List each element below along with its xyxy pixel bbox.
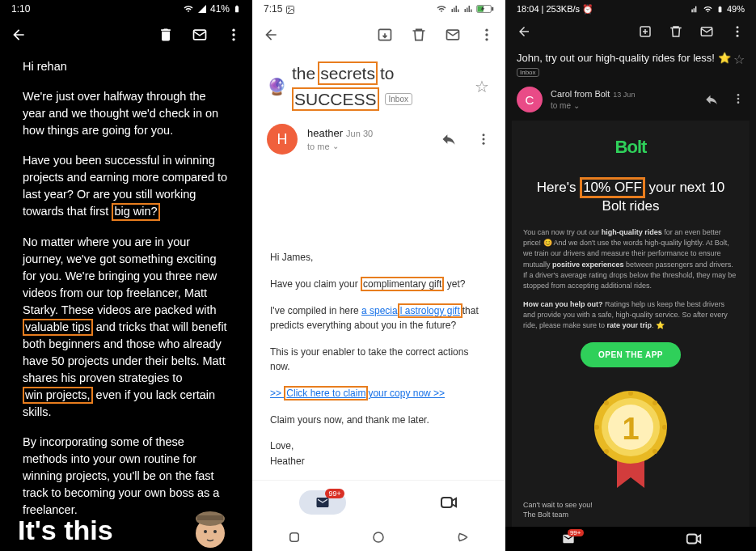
more-icon[interactable] — [476, 132, 491, 146]
nav-video-button[interactable] — [685, 530, 703, 548]
delete-icon[interactable] — [667, 23, 685, 40]
toolbar — [252, 18, 505, 52]
line-2: I've compiled in here a special astrolog… — [270, 303, 488, 333]
back-nav-icon[interactable] — [456, 530, 471, 545]
mail-icon[interactable] — [698, 23, 716, 40]
paragraph-3: No matter where you are in your journey,… — [23, 234, 230, 422]
home-icon[interactable] — [371, 530, 386, 545]
highlight-click-here[interactable]: Click here to claim — [284, 386, 368, 401]
open-app-button[interactable]: OPEN THE APP — [581, 342, 681, 367]
email-card: Bolt Here's 10% OFF your next 10 Bolt ri… — [512, 121, 750, 528]
archive-icon[interactable] — [376, 26, 394, 44]
globe-emoji: 🔮 — [267, 77, 287, 96]
nav-mail-button[interactable]: 99+ — [299, 490, 346, 515]
sender-row: H heatherJun 30 to me⌄ — [252, 117, 505, 161]
screen-1-dark-email: 1:10 41% Hi rehan We're just over halfwa… — [0, 0, 252, 551]
svg-point-41 — [604, 449, 609, 454]
svg-point-20 — [483, 138, 485, 141]
mail-icon[interactable] — [191, 26, 209, 44]
more-icon[interactable] — [478, 26, 496, 44]
line-5: Claim yours now, and thank me later. — [270, 413, 488, 428]
video-icon — [685, 530, 703, 548]
svg-point-37 — [628, 391, 633, 396]
screen-3-bolt-email: 18:04 | 253KB/s ⏰ 49% John, try out our … — [505, 0, 756, 551]
more-icon[interactable] — [732, 92, 745, 107]
svg-point-2 — [232, 33, 234, 36]
status-left: 18:04 | 253KB/s ⏰ — [517, 4, 593, 15]
signal-icon — [691, 5, 699, 14]
sender-name: heather — [307, 127, 343, 139]
highlight-win-projects: win projects, — [23, 387, 93, 404]
recipient: to me⌄ — [307, 141, 431, 152]
svg-point-18 — [485, 38, 488, 40]
highlight-complimentary-gift: complimentary gift — [361, 277, 444, 291]
more-icon[interactable] — [225, 26, 243, 44]
reply-icon[interactable] — [704, 92, 719, 107]
svg-point-29 — [737, 35, 739, 37]
back-icon[interactable] — [515, 23, 533, 40]
sender-date: Jun 30 — [346, 129, 373, 138]
star-icon[interactable]: ☆ — [475, 77, 489, 96]
svg-point-28 — [737, 31, 739, 33]
svg-point-10 — [288, 7, 289, 9]
archive-icon[interactable] — [636, 23, 654, 40]
highlight-big-win: big win? — [112, 203, 159, 220]
email-body: Hi James, Have you claim your compliment… — [252, 161, 505, 491]
svg-point-38 — [653, 401, 657, 405]
highlight-astrology-gift[interactable]: l astrology gift — [398, 303, 462, 318]
avatar[interactable]: H — [267, 124, 298, 155]
svg-point-43 — [604, 401, 609, 405]
star-icon[interactable]: ☆ — [733, 52, 745, 67]
footer-hero: It's this — [0, 502, 252, 551]
back-icon[interactable] — [10, 26, 27, 44]
inbox-tag: Inbox — [385, 93, 412, 105]
footer-text: It's this — [18, 515, 113, 551]
paragraph-2: Have you been successful in winning proj… — [23, 152, 230, 220]
card-footer: Can't wait to see you!The Bolt team — [523, 500, 738, 520]
wifi-icon — [436, 4, 447, 14]
link-special[interactable]: a specia — [361, 305, 398, 316]
svg-point-17 — [485, 33, 488, 36]
chevron-down-icon[interactable]: ⌄ — [573, 100, 580, 111]
system-nav: 99+ — [505, 527, 756, 551]
reply-icon[interactable] — [441, 131, 457, 147]
highlight-secrets: secrets — [318, 61, 378, 85]
svg-point-24 — [374, 532, 383, 542]
svg-rect-44 — [686, 535, 696, 544]
recent-apps-icon[interactable] — [287, 530, 302, 545]
svg-point-19 — [483, 134, 485, 137]
svg-point-7 — [204, 530, 207, 533]
svg-point-21 — [483, 142, 485, 145]
avatar[interactable]: C — [517, 87, 543, 112]
more-icon[interactable] — [729, 23, 746, 40]
subject-row: 🔮 the secrets to SUCCESS Inbox ☆ — [252, 52, 505, 117]
chevron-down-icon[interactable]: ⌄ — [332, 141, 339, 151]
signature: Love,Heather — [270, 439, 488, 468]
delete-icon[interactable] — [157, 26, 175, 44]
line-3: This is your enabler to take the correct… — [270, 345, 488, 375]
status-time: 1:10 — [11, 3, 30, 15]
greeting: Hi James, — [270, 250, 488, 265]
status-icons — [436, 4, 494, 14]
highlight-success: SUCCESS — [292, 87, 379, 111]
svg-point-30 — [737, 94, 740, 96]
unread-badge: 99+ — [568, 529, 584, 536]
back-icon[interactable] — [262, 26, 280, 44]
sender-info[interactable]: heatherJun 30 to me⌄ — [307, 127, 431, 152]
paragraph-1: We're just over halfway through the year… — [23, 88, 230, 139]
mail-icon[interactable] — [444, 26, 462, 44]
nav-mail-button[interactable]: 99+ — [560, 532, 577, 545]
line-4: >> Click here to claim your copy now >> — [270, 386, 488, 401]
status-bar: 7:15 — [252, 0, 505, 18]
inbox-tag: Inbox — [517, 68, 539, 77]
subject: John, try out our high-quality rides for… — [517, 52, 733, 77]
nav-video-button[interactable] — [439, 493, 458, 512]
sender-info[interactable]: Carol from Bolt13 Jun to me⌄ — [551, 88, 696, 111]
status-icons: 49% — [691, 4, 745, 15]
svg-point-40 — [653, 449, 657, 454]
line-1: Have you claim your complimentary gift y… — [270, 277, 488, 292]
delete-icon[interactable] — [410, 26, 428, 44]
svg-rect-23 — [290, 533, 299, 542]
status-left: 7:15 — [264, 3, 295, 15]
toolbar — [0, 18, 252, 52]
